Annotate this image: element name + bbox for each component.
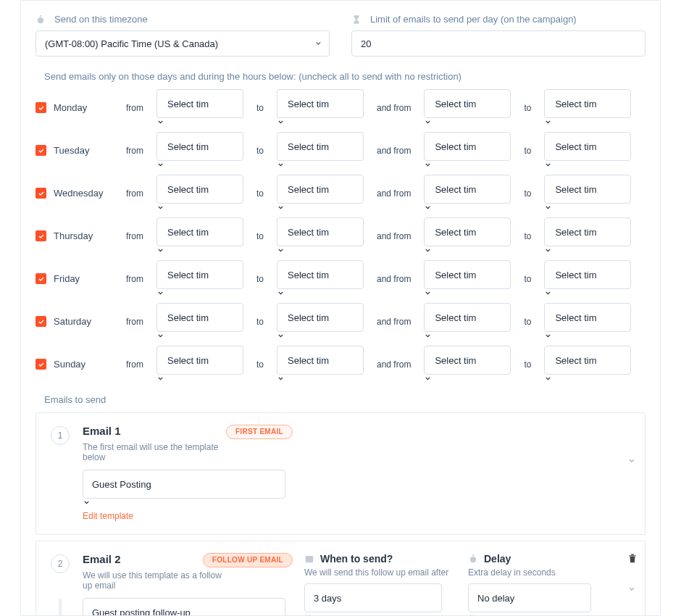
hourglass-icon <box>351 14 362 25</box>
time-select-input[interactable]: Select tim <box>156 260 243 289</box>
delay-select[interactable]: No delay <box>468 583 591 612</box>
time-select-input[interactable]: Select tim <box>156 303 243 332</box>
time-select-input[interactable]: Select tim <box>277 175 364 204</box>
step-number: 2 <box>51 554 70 573</box>
limit-group: Limit of emails to send per day (on the … <box>351 14 646 57</box>
time-select-input[interactable]: Select tim <box>544 132 631 161</box>
time-select-input[interactable]: Select tim <box>277 217 364 246</box>
when-select[interactable]: 3 days <box>304 583 442 612</box>
chevron-down-icon <box>544 332 631 340</box>
time-select-input[interactable]: Select tim <box>544 260 631 289</box>
timezone-select[interactable]: (GMT-08:00) Pacific Time (US & Canada) <box>35 30 330 57</box>
day-checkbox[interactable] <box>35 145 46 156</box>
time-select-input[interactable]: Select tim <box>544 89 631 118</box>
and-from-label: and from <box>371 231 417 241</box>
from-label: from <box>120 146 149 156</box>
time-select: Select tim <box>424 132 511 169</box>
chevron-down-icon <box>424 332 511 340</box>
time-select-input[interactable]: Select tim <box>544 175 631 204</box>
template-select[interactable]: Guest posting follow-up <box>83 598 285 616</box>
time-select: Select tim <box>424 175 511 212</box>
day-checkbox[interactable] <box>35 102 46 113</box>
time-select: Select tim <box>544 346 631 383</box>
email-card: 1 Email 1 FIRST EMAIL The first email wi… <box>35 412 646 535</box>
timezone-label-text: Send on this timezone <box>54 14 148 25</box>
chevron-down-icon <box>277 204 364 212</box>
svg-rect-7 <box>59 599 62 616</box>
time-select: Select tim <box>277 217 364 254</box>
limit-label-text: Limit of emails to send per day (on the … <box>370 14 577 25</box>
delay-label: Delay <box>484 553 511 565</box>
time-select: Select tim <box>277 346 364 383</box>
day-checkbox[interactable] <box>35 230 46 241</box>
day-checkbox[interactable] <box>35 359 46 370</box>
time-select-input[interactable]: Select tim <box>156 217 243 246</box>
chevron-down-icon <box>424 118 511 126</box>
time-select: Select tim <box>156 217 243 254</box>
time-select-input[interactable]: Select tim <box>544 217 631 246</box>
and-from-label: and from <box>371 188 417 199</box>
time-select-input[interactable]: Select tim <box>424 175 511 204</box>
day-checkbox[interactable] <box>35 188 46 199</box>
day-row: TuesdayfromSelect timtoSelect timand fro… <box>35 132 646 169</box>
time-select: Select tim <box>544 175 631 212</box>
schedule-days: MondayfromSelect timtoSelect timand from… <box>35 89 646 383</box>
day-name: Friday <box>54 273 113 284</box>
time-select-input[interactable]: Select tim <box>424 132 511 161</box>
chevron-down-icon <box>156 332 243 340</box>
time-select-input[interactable]: Select tim <box>424 346 511 375</box>
time-select-input[interactable]: Select tim <box>424 303 511 332</box>
time-select-input[interactable]: Select tim <box>277 260 364 289</box>
edit-template-link[interactable]: Edit template <box>83 511 133 521</box>
email-badge: FOLLOW UP EMAIL <box>203 553 293 567</box>
from-label: from <box>120 188 149 199</box>
day-row: SundayfromSelect timtoSelect timand from… <box>35 346 646 383</box>
campaign-schedule-panel: Send on this timezone (GMT-08:00) Pacifi… <box>20 0 661 616</box>
day-checkbox[interactable] <box>35 316 46 327</box>
time-select-input[interactable]: Select tim <box>156 132 243 161</box>
collapse-toggle[interactable] <box>627 585 636 596</box>
chevron-down-icon <box>277 161 364 169</box>
from-label: from <box>120 317 149 327</box>
stopwatch-icon <box>468 554 478 564</box>
delete-button[interactable] <box>627 553 638 567</box>
day-row: ThursdayfromSelect timtoSelect timand fr… <box>35 217 646 254</box>
timezone-label: Send on this timezone <box>35 14 330 25</box>
step-indicator: 1 <box>49 425 71 521</box>
time-select-input[interactable]: Select tim <box>544 346 631 375</box>
stopwatch-icon <box>35 14 46 25</box>
time-select-input[interactable]: Select tim <box>544 303 631 332</box>
and-from-label: and from <box>371 103 417 113</box>
chevron-down-icon <box>277 246 364 254</box>
time-select-input[interactable]: Select tim <box>156 175 243 204</box>
time-select: Select tim <box>156 175 243 212</box>
time-select-input[interactable]: Select tim <box>277 346 364 375</box>
email-badge: FIRST EMAIL <box>226 425 293 439</box>
chevron-down-icon <box>468 612 591 616</box>
to-label: to <box>251 317 270 327</box>
time-select-input[interactable]: Select tim <box>156 89 243 118</box>
svg-rect-8 <box>306 556 314 562</box>
time-select-input[interactable]: Select tim <box>424 217 511 246</box>
collapse-toggle[interactable] <box>627 457 636 467</box>
step-indicator: 2 <box>49 553 71 616</box>
chevron-down-icon <box>277 332 364 340</box>
time-select-input[interactable]: Select tim <box>424 260 511 289</box>
from-label: from <box>120 359 149 370</box>
template-select[interactable]: Guest Posting <box>83 470 285 499</box>
chevron-down-icon <box>156 161 243 169</box>
to-label: to <box>518 231 537 241</box>
from-label: from <box>120 231 149 241</box>
time-select-input[interactable]: Select tim <box>424 89 511 118</box>
day-name: Tuesday <box>54 145 113 156</box>
time-select-input[interactable]: Select tim <box>277 132 364 161</box>
time-select-input[interactable]: Select tim <box>156 346 243 375</box>
time-select-input[interactable]: Select tim <box>277 303 364 332</box>
time-select-input[interactable]: Select tim <box>277 89 364 118</box>
limit-input[interactable] <box>351 30 646 57</box>
time-select: Select tim <box>424 260 511 297</box>
to-label: to <box>251 274 270 284</box>
day-checkbox[interactable] <box>35 273 46 284</box>
chevron-down-icon <box>304 612 442 616</box>
delay-sub: Extra delay in seconds <box>468 567 606 578</box>
